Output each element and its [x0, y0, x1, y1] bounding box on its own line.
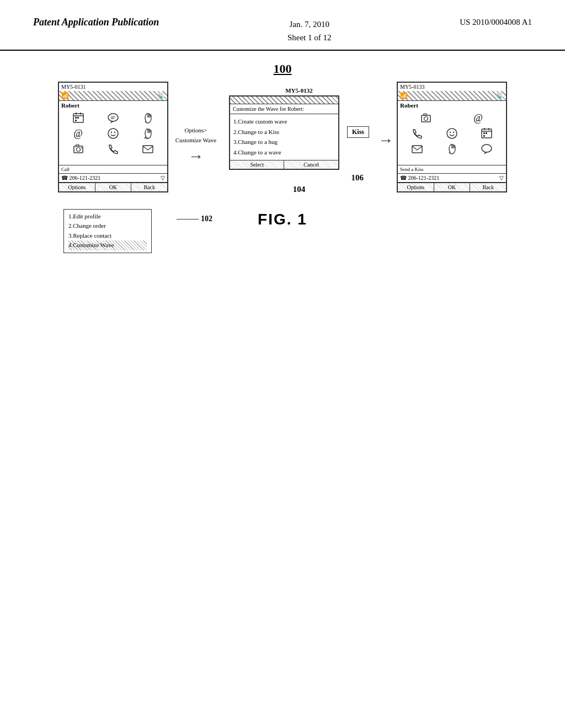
- dialog-and-kiss: Customize the Wave for Robert: 1.Create …: [229, 95, 369, 170]
- dialog-hatch-bar: [230, 97, 338, 104]
- right-icon-camera: [401, 112, 450, 124]
- main-content: 100 MY5-0131 📶 📡 Robert: [0, 51, 565, 239]
- left-phone-section: MY5-0131 📶 📡 Robert: [58, 82, 168, 192]
- dialog-title: Customize the Wave for Robert:: [230, 104, 338, 114]
- left-phone-hatch-bar: 📶 📡: [59, 91, 167, 101]
- kiss-tag: Kiss: [347, 126, 369, 138]
- nav-options-btn[interactable]: Options: [59, 183, 95, 191]
- kiss-section: Kiss: [344, 117, 369, 138]
- right-icon-chat: [471, 143, 503, 155]
- smiley-icon: [107, 127, 119, 140]
- icons-grid-row1: [62, 112, 164, 124]
- left-phone: MY5-0131 📶 📡 Robert: [58, 82, 168, 192]
- right-icons-row3: [401, 143, 503, 155]
- phone-icon: [107, 143, 119, 155]
- nav-ok-btn[interactable]: OK: [95, 183, 132, 191]
- right-icons-row1: @: [401, 112, 503, 124]
- patent-title: Patent Application Publication: [33, 15, 159, 29]
- ref-104: 104: [293, 185, 306, 194]
- r-envelope-icon: [411, 143, 423, 155]
- svg-rect-5: [77, 117, 79, 119]
- right-phone-id-bar: MY5-0133: [398, 83, 506, 91]
- right-phone-id: MY5-0133: [400, 84, 424, 90]
- dialog-id: MY5-0132: [285, 87, 313, 94]
- envelope-icon: [142, 143, 154, 155]
- svg-rect-6: [75, 120, 77, 121]
- signal-bars-icon: 📶: [61, 92, 69, 99]
- left-phone-id: MY5-0131: [61, 84, 86, 90]
- popup-menu: 1.Edit profile 2.Change order 3.Replace …: [63, 209, 152, 253]
- right-icons-row2: [401, 127, 503, 140]
- left-phone-call-bar: Call: [59, 165, 167, 174]
- page-header: Patent Application Publication Jan. 7, 2…: [0, 0, 565, 51]
- svg-rect-22: [424, 114, 427, 115]
- ref-106: 106: [229, 173, 369, 183]
- ref-102-label: 102: [177, 215, 212, 223]
- pub-date: Jan. 7, 2010: [289, 20, 329, 29]
- right-wifi-icon: 📡: [496, 92, 504, 99]
- sheet-info: Sheet 1 of 12: [287, 33, 332, 42]
- icons-grid-row2: @: [62, 127, 164, 140]
- middle-dialog-section: MY5-0132 Customize the Wave for Robert: …: [229, 87, 369, 194]
- figure-ref-100: 100: [274, 62, 292, 76]
- right-phone-name: Robert: [398, 101, 506, 110]
- svg-rect-17: [76, 144, 79, 146]
- nav-back-btn[interactable]: Back: [131, 183, 167, 191]
- right-phone-nav: Options OK Back: [398, 183, 506, 191]
- svg-point-16: [76, 148, 80, 152]
- svg-rect-19: [143, 146, 153, 153]
- arrow-right-icon: →: [378, 131, 393, 149]
- screens-row: MY5-0131 📶 📡 Robert: [33, 82, 532, 194]
- camera-icon: [72, 143, 84, 155]
- icon-phone: [97, 143, 129, 155]
- icon-chat: [97, 112, 129, 124]
- svg-point-12: [111, 132, 112, 133]
- call-label: Call: [61, 167, 70, 172]
- svg-point-13: [114, 132, 115, 133]
- right-dropdown: ▽: [499, 175, 504, 181]
- cancel-label: Cancel: [303, 162, 319, 168]
- dialog-item-3: 3.Change to a hug: [233, 137, 335, 147]
- send-kiss-label: Send a Kiss: [400, 167, 424, 172]
- dialog-select-btn[interactable]: Select: [230, 160, 285, 169]
- popup-item-1: 1.Edit profile: [68, 212, 147, 222]
- options-label: Options> Customize Wave: [175, 126, 216, 145]
- dialog-item-2: 2.Change to a Kiss: [233, 127, 335, 137]
- dialog-nav: Select Cancel: [230, 160, 338, 169]
- icons-grid-row3: [62, 143, 164, 155]
- svg-point-24: [450, 132, 451, 133]
- right-icon-at: @: [454, 112, 503, 124]
- svg-rect-33: [412, 146, 422, 153]
- icon-camera: [62, 143, 94, 155]
- svg-point-34: [482, 144, 492, 152]
- header-date-sheet: Jan. 7, 2010 Sheet 1 of 12: [287, 15, 332, 44]
- left-phone-name: Robert: [59, 101, 167, 110]
- right-nav-ok-btn[interactable]: OK: [434, 183, 471, 191]
- svg-text:my: my: [144, 136, 148, 140]
- r-wave-icon: [446, 143, 458, 155]
- dialog-cancel-btn[interactable]: Cancel: [284, 160, 338, 169]
- r-phone-icon: [411, 127, 423, 140]
- icon-smiley: [97, 127, 129, 140]
- right-nav-options-btn[interactable]: Options: [398, 183, 434, 191]
- svg-point-21: [424, 117, 428, 121]
- icon-envelope: [132, 143, 164, 155]
- svg-rect-31: [486, 132, 487, 134]
- options-arrow-section: Options> Customize Wave →: [168, 126, 223, 165]
- right-nav-back-btn[interactable]: Back: [470, 183, 506, 191]
- middle-dialog: Customize the Wave for Robert: 1.Create …: [229, 95, 339, 170]
- chat-bubble-icon: [107, 112, 119, 124]
- options-line1: Options>: [175, 126, 216, 136]
- right-icon-wave: [436, 143, 467, 155]
- dialog-item-1: 1.Create custom wave: [233, 116, 335, 127]
- r-camera-icon: [420, 112, 432, 124]
- right-arrow-section: →: [375, 131, 397, 149]
- right-phone-send-bar: Send a Kiss: [398, 165, 506, 174]
- svg-point-11: [108, 129, 118, 138]
- right-icon-calendar: [471, 127, 503, 140]
- icon-wave2: my: [132, 127, 164, 140]
- icon-wave: [132, 112, 164, 124]
- right-call-number: ☎ 206-121-2321: [400, 175, 439, 181]
- options-line2: Customize Wave: [175, 136, 216, 146]
- svg-point-23: [447, 129, 457, 138]
